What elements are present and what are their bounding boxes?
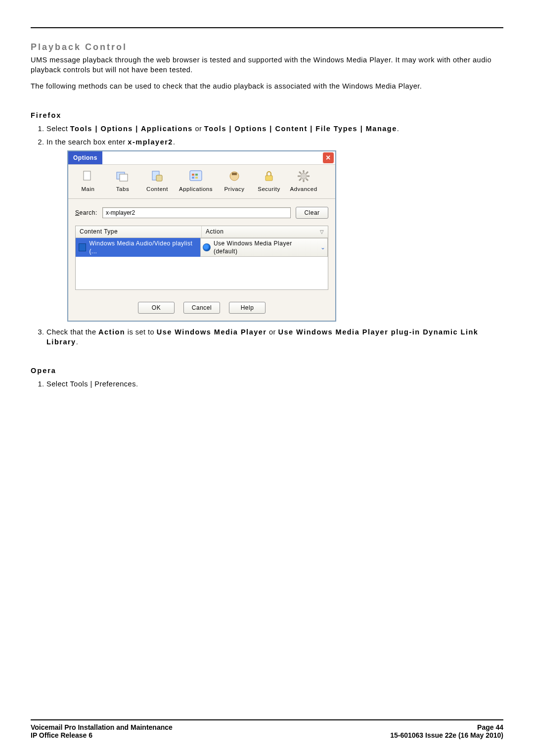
tab-label: Tabs [116, 186, 129, 193]
tab-label: Advanced [290, 186, 317, 193]
tab-content[interactable]: Content [140, 170, 174, 195]
svg-rect-11 [232, 173, 237, 175]
advanced-icon [296, 170, 312, 183]
tab-label: Content [146, 186, 168, 193]
firefox-step-1: Select Tools | Options | Applications or… [46, 124, 503, 134]
svg-rect-0 [84, 171, 90, 180]
text: In the search box enter [46, 138, 128, 146]
tab-label: Applications [179, 186, 213, 193]
text: . [76, 338, 79, 346]
chevron-down-icon: ⌄ [320, 243, 326, 251]
tab-label: Security [258, 186, 280, 193]
sort-icon: ▽ [320, 229, 324, 236]
svg-rect-2 [120, 174, 128, 181]
firefox-heading: Firefox [31, 111, 503, 119]
footer-left-2: IP Office Release 6 [31, 731, 92, 739]
text: Check that the [46, 328, 98, 336]
tabstrip: Main Tabs Content Applications [68, 165, 335, 199]
titlebar: Options × [68, 151, 335, 165]
footer-right-2: 15-601063 Issue 22e (16 May 2010) [390, 731, 503, 739]
privacy-icon [226, 170, 242, 183]
cancel-button[interactable]: Cancel [183, 302, 220, 314]
dialog-buttons: OK Cancel Help [68, 290, 335, 321]
text-bold: x-mplayer2 [128, 138, 173, 146]
search-input[interactable] [102, 207, 291, 218]
options-dialog: Options × Main Tabs Content [67, 150, 336, 322]
footer-left-1: Voicemail Pro Installation and Maintenan… [31, 723, 173, 731]
tab-advanced[interactable]: Advanced [287, 170, 320, 195]
text-bold: Action [98, 328, 125, 336]
security-icon [261, 170, 277, 183]
list-header: Content Type Action▽ [76, 226, 328, 237]
svg-rect-4 [156, 175, 162, 181]
close-icon[interactable]: × [322, 152, 334, 164]
search-label: Search: [75, 209, 97, 217]
text: or [267, 328, 278, 336]
text-bold: Tools | Options | Applications [70, 125, 193, 133]
svg-line-20 [306, 172, 308, 174]
text: . [173, 138, 176, 146]
dialog-title: Options [68, 151, 102, 164]
ok-button[interactable]: OK [138, 302, 175, 314]
svg-line-18 [299, 172, 301, 174]
clear-button[interactable]: Clear [296, 207, 328, 219]
col-action[interactable]: Action▽ [202, 226, 328, 237]
text-bold: Tools | Options | Content | File Types |… [204, 125, 397, 133]
applications-icon [188, 170, 204, 183]
svg-rect-8 [192, 177, 194, 179]
section-title: Playback Control [31, 42, 503, 52]
text: . [397, 125, 400, 133]
svg-line-19 [306, 179, 308, 181]
svg-rect-7 [195, 174, 198, 176]
paragraph-2: The following methods can be used to che… [31, 82, 503, 92]
text-bold: Use Windows Media Player [157, 328, 267, 336]
action-dropdown[interactable]: Use Windows Media Player (default) ⌄ [200, 238, 328, 257]
row-action-text: Use Windows Media Player (default) [214, 239, 317, 255]
text: is set to [125, 328, 157, 336]
applications-list: Content Type Action▽ Windows Media Audio… [75, 226, 328, 290]
text: Select [46, 125, 70, 133]
svg-rect-6 [192, 174, 194, 176]
tab-label: Privacy [224, 186, 244, 193]
main-icon [80, 170, 96, 183]
playlist-file-icon [79, 243, 86, 251]
tab-applications[interactable]: Applications [175, 170, 217, 195]
footer-right-1: Page 44 [477, 723, 503, 731]
opera-heading: Opera [31, 367, 503, 375]
text: or [193, 125, 204, 133]
svg-point-13 [301, 173, 307, 179]
col-content-type[interactable]: Content Type [76, 226, 202, 237]
help-button[interactable]: Help [229, 302, 266, 314]
tabs-icon [115, 170, 131, 183]
tab-security[interactable]: Security [252, 170, 286, 195]
list-row[interactable]: Windows Media Audio/Video playlist (... … [76, 238, 328, 257]
opera-steps: Select Tools | Preferences. [46, 379, 503, 389]
firefox-step-2: In the search box enter x-mplayer2. Opti… [46, 138, 503, 322]
tab-privacy[interactable]: Privacy [218, 170, 251, 195]
content-icon [149, 170, 165, 183]
tab-tabs[interactable]: Tabs [106, 170, 139, 195]
firefox-step-3: Check that the Action is set to Use Wind… [46, 328, 503, 347]
col-action-label: Action [206, 228, 223, 236]
search-row: Search: Clear [68, 199, 335, 224]
page-footer: Voicemail Pro Installation and Maintenan… [31, 715, 503, 739]
row-content-text: Windows Media Audio/Video playlist (... [89, 239, 197, 255]
tab-label: Main [82, 186, 95, 193]
tab-main[interactable]: Main [71, 170, 105, 195]
svg-rect-9 [195, 177, 198, 179]
top-rule [31, 27, 503, 28]
paragraph-1: UMS message playback through the web bro… [31, 55, 503, 75]
firefox-steps: Select Tools | Options | Applications or… [46, 124, 503, 347]
wmp-icon [203, 243, 211, 251]
svg-rect-12 [266, 176, 272, 181]
opera-step-1: Select Tools | Preferences. [46, 379, 503, 389]
bottom-rule [31, 719, 503, 720]
svg-line-21 [299, 179, 301, 181]
